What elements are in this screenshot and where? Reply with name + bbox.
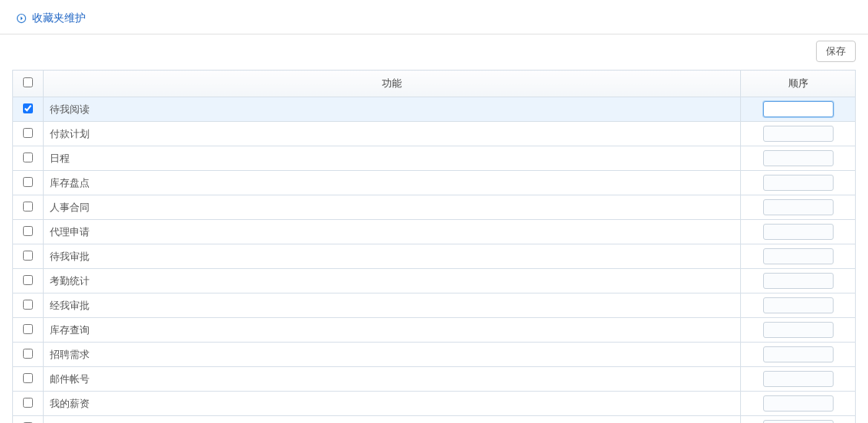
row-checkbox-cell	[13, 318, 44, 343]
row-checkbox[interactable]	[23, 349, 33, 359]
row-order-cell	[741, 244, 856, 269]
table-row: 我的薪资	[13, 392, 856, 416]
row-checkbox-cell	[13, 392, 44, 416]
row-checkbox-cell	[13, 171, 44, 195]
row-checkbox[interactable]	[23, 226, 33, 236]
row-order-cell	[741, 195, 856, 220]
page-title: 收藏夹维护	[32, 11, 86, 25]
row-function-cell: 库存查询	[44, 318, 741, 343]
order-input[interactable]	[763, 248, 834, 264]
select-all-checkbox[interactable]	[23, 77, 33, 87]
row-checkbox-cell	[13, 122, 44, 146]
save-button[interactable]: 保存	[816, 41, 856, 62]
row-order-cell	[741, 97, 856, 122]
row-order-cell	[741, 416, 856, 424]
page-title-wrap: 收藏夹维护	[15, 11, 86, 25]
row-checkbox-cell	[13, 416, 44, 424]
row-function-cell: 经我审批	[44, 293, 741, 318]
row-order-cell	[741, 343, 856, 367]
arrow-circle-right-icon	[15, 12, 28, 25]
row-checkbox-cell	[13, 244, 44, 269]
row-function-cell: 库存盘点	[44, 171, 741, 195]
table-container: 功能 顺序 待我阅读付款计划日程库存盘点人事合同代理申请待我审批考勤统计经我审批…	[0, 70, 868, 423]
row-function-cell: 考勤统计	[44, 269, 741, 293]
order-input[interactable]	[763, 126, 834, 142]
page-header: 收藏夹维护	[0, 0, 868, 34]
row-checkbox[interactable]	[23, 324, 33, 334]
row-checkbox[interactable]	[23, 300, 33, 310]
table-row: 付款计划	[13, 122, 856, 146]
table-row: 库存查询	[13, 318, 856, 343]
row-checkbox-cell	[13, 293, 44, 318]
row-function-cell: 招聘需求	[44, 343, 741, 367]
header-function: 功能	[44, 70, 741, 97]
row-checkbox-cell	[13, 343, 44, 367]
order-input[interactable]	[763, 150, 834, 166]
order-input[interactable]	[763, 371, 834, 387]
header-order: 顺序	[741, 70, 856, 97]
table-row: 公司相册	[13, 416, 856, 424]
row-function-cell: 人事合同	[44, 195, 741, 220]
table-row: 考勤统计	[13, 269, 856, 293]
order-input[interactable]	[763, 297, 834, 313]
row-checkbox[interactable]	[23, 251, 33, 261]
table-row: 库存盘点	[13, 171, 856, 195]
row-checkbox[interactable]	[23, 202, 33, 212]
row-order-cell	[741, 293, 856, 318]
row-function-cell: 我的薪资	[44, 392, 741, 416]
row-checkbox-cell	[13, 146, 44, 171]
order-input[interactable]	[763, 322, 834, 338]
row-function-cell: 邮件帐号	[44, 367, 741, 392]
table-row: 日程	[13, 146, 856, 171]
row-order-cell	[741, 122, 856, 146]
table-row: 招聘需求	[13, 343, 856, 367]
row-order-cell	[741, 318, 856, 343]
row-order-cell	[741, 392, 856, 416]
order-input[interactable]	[763, 395, 834, 412]
row-checkbox[interactable]	[23, 103, 33, 113]
row-order-cell	[741, 146, 856, 171]
table-row: 邮件帐号	[13, 367, 856, 392]
table-row: 经我审批	[13, 293, 856, 318]
order-input[interactable]	[763, 224, 834, 240]
row-checkbox[interactable]	[23, 152, 33, 162]
toolbar: 保存	[0, 34, 868, 70]
row-checkbox[interactable]	[23, 373, 33, 383]
row-checkbox-cell	[13, 367, 44, 392]
table-row: 待我阅读	[13, 97, 856, 122]
row-function-cell: 日程	[44, 146, 741, 171]
row-order-cell	[741, 367, 856, 392]
order-input[interactable]	[763, 101, 834, 117]
row-checkbox-cell	[13, 195, 44, 220]
row-function-cell: 付款计划	[44, 122, 741, 146]
row-checkbox-cell	[13, 220, 44, 244]
row-checkbox[interactable]	[23, 275, 33, 285]
row-function-cell: 公司相册	[44, 416, 741, 424]
order-input[interactable]	[763, 273, 834, 289]
row-function-cell: 待我阅读	[44, 97, 741, 122]
row-checkbox-cell	[13, 97, 44, 122]
favorites-table: 功能 顺序 待我阅读付款计划日程库存盘点人事合同代理申请待我审批考勤统计经我审批…	[12, 70, 856, 423]
row-checkbox[interactable]	[23, 128, 33, 138]
order-input[interactable]	[763, 199, 834, 215]
table-row: 人事合同	[13, 195, 856, 220]
order-input[interactable]	[763, 346, 834, 362]
row-order-cell	[741, 171, 856, 195]
row-checkbox-cell	[13, 269, 44, 293]
order-input[interactable]	[763, 420, 834, 423]
table-header-row: 功能 顺序	[13, 70, 856, 97]
row-function-cell: 代理申请	[44, 220, 741, 244]
order-input[interactable]	[763, 175, 834, 191]
row-order-cell	[741, 269, 856, 293]
row-function-cell: 待我审批	[44, 244, 741, 269]
table-row: 待我审批	[13, 244, 856, 269]
row-order-cell	[741, 220, 856, 244]
row-checkbox[interactable]	[23, 398, 33, 408]
table-row: 代理申请	[13, 220, 856, 244]
header-checkbox-cell	[13, 70, 44, 97]
row-checkbox[interactable]	[23, 177, 33, 187]
